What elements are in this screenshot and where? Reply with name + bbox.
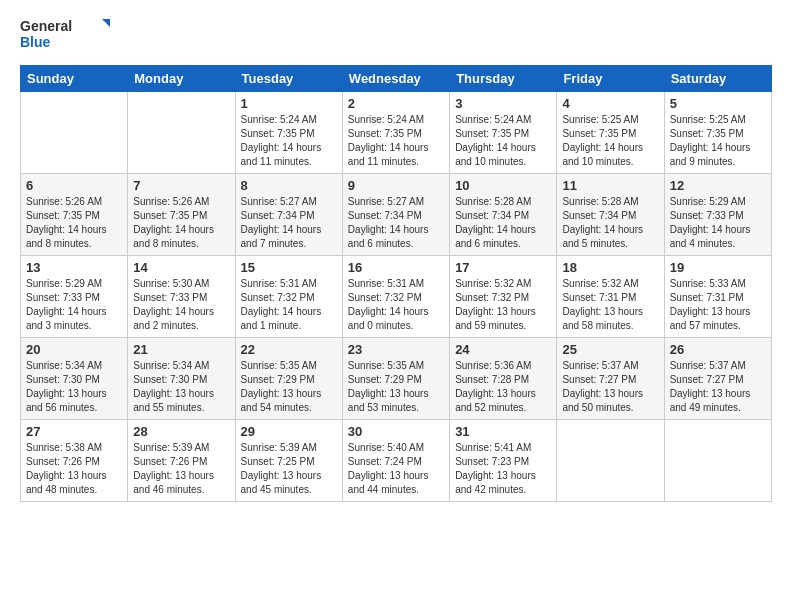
svg-marker-2	[102, 19, 110, 27]
day-number: 9	[348, 178, 444, 193]
day-number: 4	[562, 96, 658, 111]
calendar-cell: 21Sunrise: 5:34 AM Sunset: 7:30 PM Dayli…	[128, 338, 235, 420]
calendar-cell: 8Sunrise: 5:27 AM Sunset: 7:34 PM Daylig…	[235, 174, 342, 256]
day-number: 16	[348, 260, 444, 275]
day-info: Sunrise: 5:31 AM Sunset: 7:32 PM Dayligh…	[348, 277, 444, 333]
calendar-cell: 16Sunrise: 5:31 AM Sunset: 7:32 PM Dayli…	[342, 256, 449, 338]
calendar-cell	[557, 420, 664, 502]
calendar-cell: 22Sunrise: 5:35 AM Sunset: 7:29 PM Dayli…	[235, 338, 342, 420]
calendar-cell: 30Sunrise: 5:40 AM Sunset: 7:24 PM Dayli…	[342, 420, 449, 502]
calendar-week-1: 1Sunrise: 5:24 AM Sunset: 7:35 PM Daylig…	[21, 92, 772, 174]
day-info: Sunrise: 5:37 AM Sunset: 7:27 PM Dayligh…	[562, 359, 658, 415]
page: General Blue SundayMondayTuesdayWednesda…	[0, 0, 792, 612]
day-number: 21	[133, 342, 229, 357]
day-number: 26	[670, 342, 766, 357]
day-info: Sunrise: 5:25 AM Sunset: 7:35 PM Dayligh…	[562, 113, 658, 169]
day-info: Sunrise: 5:29 AM Sunset: 7:33 PM Dayligh…	[670, 195, 766, 251]
day-number: 2	[348, 96, 444, 111]
calendar-cell: 26Sunrise: 5:37 AM Sunset: 7:27 PM Dayli…	[664, 338, 771, 420]
svg-text:Blue: Blue	[20, 34, 51, 50]
day-info: Sunrise: 5:32 AM Sunset: 7:32 PM Dayligh…	[455, 277, 551, 333]
svg-text:General: General	[20, 18, 72, 34]
calendar-cell: 31Sunrise: 5:41 AM Sunset: 7:23 PM Dayli…	[450, 420, 557, 502]
calendar-week-5: 27Sunrise: 5:38 AM Sunset: 7:26 PM Dayli…	[21, 420, 772, 502]
day-number: 13	[26, 260, 122, 275]
calendar-cell: 9Sunrise: 5:27 AM Sunset: 7:34 PM Daylig…	[342, 174, 449, 256]
day-info: Sunrise: 5:24 AM Sunset: 7:35 PM Dayligh…	[455, 113, 551, 169]
calendar-cell: 20Sunrise: 5:34 AM Sunset: 7:30 PM Dayli…	[21, 338, 128, 420]
day-info: Sunrise: 5:33 AM Sunset: 7:31 PM Dayligh…	[670, 277, 766, 333]
calendar-cell: 13Sunrise: 5:29 AM Sunset: 7:33 PM Dayli…	[21, 256, 128, 338]
calendar-cell: 15Sunrise: 5:31 AM Sunset: 7:32 PM Dayli…	[235, 256, 342, 338]
calendar-cell: 11Sunrise: 5:28 AM Sunset: 7:34 PM Dayli…	[557, 174, 664, 256]
logo: General Blue	[20, 15, 110, 55]
day-number: 24	[455, 342, 551, 357]
calendar-cell: 27Sunrise: 5:38 AM Sunset: 7:26 PM Dayli…	[21, 420, 128, 502]
day-info: Sunrise: 5:40 AM Sunset: 7:24 PM Dayligh…	[348, 441, 444, 497]
calendar-cell: 7Sunrise: 5:26 AM Sunset: 7:35 PM Daylig…	[128, 174, 235, 256]
calendar-cell: 23Sunrise: 5:35 AM Sunset: 7:29 PM Dayli…	[342, 338, 449, 420]
day-number: 8	[241, 178, 337, 193]
calendar-week-4: 20Sunrise: 5:34 AM Sunset: 7:30 PM Dayli…	[21, 338, 772, 420]
calendar-cell: 29Sunrise: 5:39 AM Sunset: 7:25 PM Dayli…	[235, 420, 342, 502]
day-info: Sunrise: 5:27 AM Sunset: 7:34 PM Dayligh…	[241, 195, 337, 251]
day-number: 30	[348, 424, 444, 439]
calendar-cell: 10Sunrise: 5:28 AM Sunset: 7:34 PM Dayli…	[450, 174, 557, 256]
day-number: 15	[241, 260, 337, 275]
weekday-header-wednesday: Wednesday	[342, 66, 449, 92]
day-info: Sunrise: 5:29 AM Sunset: 7:33 PM Dayligh…	[26, 277, 122, 333]
day-number: 22	[241, 342, 337, 357]
calendar-cell: 4Sunrise: 5:25 AM Sunset: 7:35 PM Daylig…	[557, 92, 664, 174]
calendar-cell	[664, 420, 771, 502]
calendar-cell: 17Sunrise: 5:32 AM Sunset: 7:32 PM Dayli…	[450, 256, 557, 338]
day-number: 7	[133, 178, 229, 193]
day-number: 25	[562, 342, 658, 357]
day-info: Sunrise: 5:31 AM Sunset: 7:32 PM Dayligh…	[241, 277, 337, 333]
weekday-header-row: SundayMondayTuesdayWednesdayThursdayFrid…	[21, 66, 772, 92]
day-info: Sunrise: 5:28 AM Sunset: 7:34 PM Dayligh…	[455, 195, 551, 251]
weekday-header-friday: Friday	[557, 66, 664, 92]
day-info: Sunrise: 5:35 AM Sunset: 7:29 PM Dayligh…	[348, 359, 444, 415]
day-info: Sunrise: 5:39 AM Sunset: 7:25 PM Dayligh…	[241, 441, 337, 497]
weekday-header-saturday: Saturday	[664, 66, 771, 92]
day-number: 18	[562, 260, 658, 275]
day-number: 19	[670, 260, 766, 275]
day-info: Sunrise: 5:34 AM Sunset: 7:30 PM Dayligh…	[133, 359, 229, 415]
calendar-week-2: 6Sunrise: 5:26 AM Sunset: 7:35 PM Daylig…	[21, 174, 772, 256]
day-info: Sunrise: 5:25 AM Sunset: 7:35 PM Dayligh…	[670, 113, 766, 169]
day-info: Sunrise: 5:30 AM Sunset: 7:33 PM Dayligh…	[133, 277, 229, 333]
day-info: Sunrise: 5:26 AM Sunset: 7:35 PM Dayligh…	[26, 195, 122, 251]
day-info: Sunrise: 5:28 AM Sunset: 7:34 PM Dayligh…	[562, 195, 658, 251]
calendar-cell: 24Sunrise: 5:36 AM Sunset: 7:28 PM Dayli…	[450, 338, 557, 420]
day-number: 6	[26, 178, 122, 193]
day-info: Sunrise: 5:38 AM Sunset: 7:26 PM Dayligh…	[26, 441, 122, 497]
weekday-header-thursday: Thursday	[450, 66, 557, 92]
day-info: Sunrise: 5:36 AM Sunset: 7:28 PM Dayligh…	[455, 359, 551, 415]
day-number: 28	[133, 424, 229, 439]
weekday-header-sunday: Sunday	[21, 66, 128, 92]
day-number: 20	[26, 342, 122, 357]
calendar-cell: 3Sunrise: 5:24 AM Sunset: 7:35 PM Daylig…	[450, 92, 557, 174]
day-number: 31	[455, 424, 551, 439]
weekday-header-monday: Monday	[128, 66, 235, 92]
day-number: 3	[455, 96, 551, 111]
day-info: Sunrise: 5:34 AM Sunset: 7:30 PM Dayligh…	[26, 359, 122, 415]
day-number: 29	[241, 424, 337, 439]
day-number: 23	[348, 342, 444, 357]
calendar-cell: 18Sunrise: 5:32 AM Sunset: 7:31 PM Dayli…	[557, 256, 664, 338]
calendar-cell: 2Sunrise: 5:24 AM Sunset: 7:35 PM Daylig…	[342, 92, 449, 174]
day-number: 27	[26, 424, 122, 439]
day-number: 1	[241, 96, 337, 111]
calendar-cell: 6Sunrise: 5:26 AM Sunset: 7:35 PM Daylig…	[21, 174, 128, 256]
calendar-cell: 28Sunrise: 5:39 AM Sunset: 7:26 PM Dayli…	[128, 420, 235, 502]
calendar-cell: 1Sunrise: 5:24 AM Sunset: 7:35 PM Daylig…	[235, 92, 342, 174]
day-info: Sunrise: 5:32 AM Sunset: 7:31 PM Dayligh…	[562, 277, 658, 333]
header: General Blue	[20, 15, 772, 55]
day-info: Sunrise: 5:24 AM Sunset: 7:35 PM Dayligh…	[348, 113, 444, 169]
day-number: 14	[133, 260, 229, 275]
day-number: 17	[455, 260, 551, 275]
day-number: 12	[670, 178, 766, 193]
day-info: Sunrise: 5:35 AM Sunset: 7:29 PM Dayligh…	[241, 359, 337, 415]
day-info: Sunrise: 5:39 AM Sunset: 7:26 PM Dayligh…	[133, 441, 229, 497]
calendar-cell: 25Sunrise: 5:37 AM Sunset: 7:27 PM Dayli…	[557, 338, 664, 420]
